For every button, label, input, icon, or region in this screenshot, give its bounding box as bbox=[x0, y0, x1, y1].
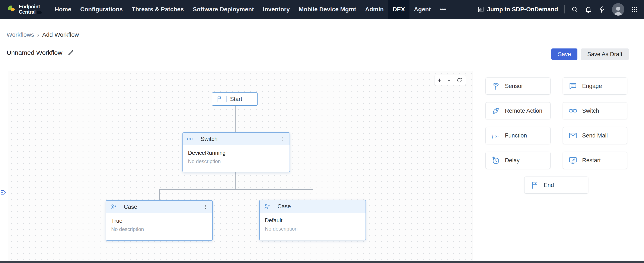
breadcrumb: Workflows › Add Workflow bbox=[6, 31, 79, 38]
jump-to-sdp-link[interactable]: Jump to SDP-OnDemand bbox=[477, 6, 558, 13]
nav-item-threats-patches[interactable]: Threats & Patches bbox=[127, 0, 188, 19]
palette-item-send-mail[interactable]: Send Mail bbox=[563, 127, 627, 144]
svg-text:f: f bbox=[492, 133, 494, 138]
node-case-default[interactable]: Case Default No description bbox=[259, 200, 366, 240]
remote-action-icon bbox=[491, 106, 500, 115]
save-button[interactable]: Save bbox=[552, 48, 578, 60]
page-title: Unnamed Workflow bbox=[6, 49, 62, 56]
nav-item-inventory[interactable]: Inventory bbox=[258, 0, 294, 19]
switch-icon bbox=[187, 136, 194, 142]
lightning-icon[interactable] bbox=[598, 6, 606, 13]
connector-switch-branch bbox=[235, 172, 236, 189]
palette-item-label: Engage bbox=[582, 83, 602, 90]
workflow-title-row: Unnamed Workflow bbox=[6, 49, 74, 56]
switch-icon bbox=[568, 106, 578, 115]
palette-item-sensor[interactable]: Sensor bbox=[486, 78, 550, 94]
palette-item-label: Delay bbox=[505, 157, 520, 164]
expand-panel-icon bbox=[0, 188, 8, 196]
node-start[interactable]: Start bbox=[212, 92, 258, 106]
palette-item-remote-action[interactable]: Remote Action bbox=[486, 102, 550, 119]
main-nav: Home Configurations Threats & Patches So… bbox=[50, 0, 450, 19]
node-header-divider bbox=[274, 203, 274, 210]
node-switch[interactable]: Switch DeviceRunning No description bbox=[182, 132, 290, 172]
start-node-label: Start bbox=[230, 96, 242, 102]
apps-grid-icon[interactable] bbox=[631, 6, 638, 13]
bell-icon[interactable] bbox=[585, 6, 592, 13]
node-body: DeviceRunning No description bbox=[183, 146, 290, 169]
save-as-draft-button[interactable]: Save As Draft bbox=[581, 48, 629, 60]
breadcrumb-workflows[interactable]: Workflows bbox=[6, 32, 34, 38]
node-case-true[interactable]: Case True No description bbox=[106, 200, 213, 240]
case-default-node-title: Case bbox=[278, 203, 291, 210]
function-icon: f (x) bbox=[491, 131, 500, 140]
topbar-right-cluster: Jump to SDP-OnDemand bbox=[477, 0, 644, 19]
zoom-controls: + - bbox=[434, 75, 466, 86]
topbar: Endpoint Central Home Configurations Thr… bbox=[0, 0, 644, 19]
palette-item-label: Function bbox=[505, 132, 527, 139]
restart-icon bbox=[568, 156, 578, 165]
delay-icon bbox=[491, 156, 500, 165]
case-icon bbox=[110, 204, 117, 210]
connector-branch-right bbox=[312, 189, 313, 200]
palette-item-label: Sensor bbox=[505, 83, 523, 90]
sdp-app-icon bbox=[477, 6, 484, 13]
palette-item-engage[interactable]: Engage bbox=[563, 78, 627, 94]
kebab-menu-icon[interactable] bbox=[203, 204, 208, 210]
logo-leaf-icon bbox=[6, 4, 16, 15]
switch-node-title: Switch bbox=[200, 136, 218, 142]
app-logo[interactable]: Endpoint Central bbox=[6, 0, 42, 19]
palette-item-label: End bbox=[544, 182, 554, 188]
node-header-divider bbox=[197, 136, 197, 142]
node-header: Case bbox=[106, 201, 212, 213]
avatar[interactable] bbox=[612, 3, 624, 16]
kebab-menu-icon[interactable] bbox=[280, 136, 286, 142]
bottom-edge-strip bbox=[0, 261, 644, 263]
case-true-node-name: True bbox=[111, 218, 207, 224]
nav-item-agent[interactable]: Agent bbox=[410, 0, 435, 19]
case-default-node-description: No description bbox=[265, 226, 360, 232]
avatar-person-icon bbox=[612, 4, 624, 16]
sensor-icon bbox=[491, 82, 500, 90]
palette-item-label: Switch bbox=[582, 108, 599, 114]
node-body: True No description bbox=[106, 213, 212, 236]
node-body: Default No description bbox=[260, 213, 366, 236]
workspace: + - Start Switch bbox=[8, 71, 644, 261]
nav-item-software-deployment[interactable]: Software Deployment bbox=[188, 0, 258, 19]
title-actions: Save Save As Draft bbox=[552, 48, 629, 60]
flag-icon bbox=[216, 96, 223, 102]
nav-item-dex[interactable]: DEX bbox=[388, 0, 410, 19]
svg-text:(x): (x) bbox=[495, 134, 498, 138]
palette-item-delay[interactable]: Delay bbox=[486, 152, 550, 169]
palette-item-switch[interactable]: Switch bbox=[563, 102, 627, 119]
nav-item-mobile-device-mgmt[interactable]: Mobile Device Mgmt bbox=[294, 0, 360, 19]
workflow-canvas[interactable]: + - Start Switch bbox=[8, 71, 472, 261]
case-true-node-description: No description bbox=[111, 226, 207, 232]
connector-branch-horizontal bbox=[159, 189, 313, 190]
engage-icon bbox=[568, 82, 578, 90]
palette-item-restart[interactable]: Restart bbox=[563, 152, 627, 169]
send-mail-icon bbox=[568, 131, 578, 140]
palette-item-function[interactable]: f (x) Function bbox=[486, 127, 550, 144]
breadcrumb-add-workflow: Add Workflow bbox=[42, 32, 79, 38]
switch-node-description: No description bbox=[188, 158, 284, 164]
search-icon[interactable] bbox=[571, 6, 578, 13]
nav-more-menu[interactable]: ••• bbox=[435, 0, 450, 19]
connector-branch-left bbox=[159, 189, 160, 200]
logo-text: Endpoint Central bbox=[19, 4, 42, 15]
case-icon bbox=[264, 203, 270, 210]
nav-item-home[interactable]: Home bbox=[50, 0, 76, 19]
palette-item-label: Send Mail bbox=[582, 132, 608, 139]
zoom-in-button[interactable]: + bbox=[438, 77, 442, 84]
palette-item-end[interactable]: End bbox=[524, 176, 588, 194]
zoom-out-button[interactable]: - bbox=[448, 77, 450, 84]
nav-item-admin[interactable]: Admin bbox=[360, 0, 388, 19]
refresh-icon[interactable] bbox=[456, 77, 462, 83]
palette-item-label: Remote Action bbox=[505, 108, 542, 114]
node-header: Switch bbox=[183, 133, 290, 146]
case-default-node-name: Default bbox=[265, 217, 360, 224]
nav-item-configurations[interactable]: Configurations bbox=[76, 0, 127, 19]
connector-start-switch bbox=[235, 106, 236, 132]
panel-toggle-button[interactable] bbox=[0, 187, 10, 198]
logo-cloud-icon bbox=[37, 11, 42, 14]
pencil-icon[interactable] bbox=[68, 49, 74, 56]
